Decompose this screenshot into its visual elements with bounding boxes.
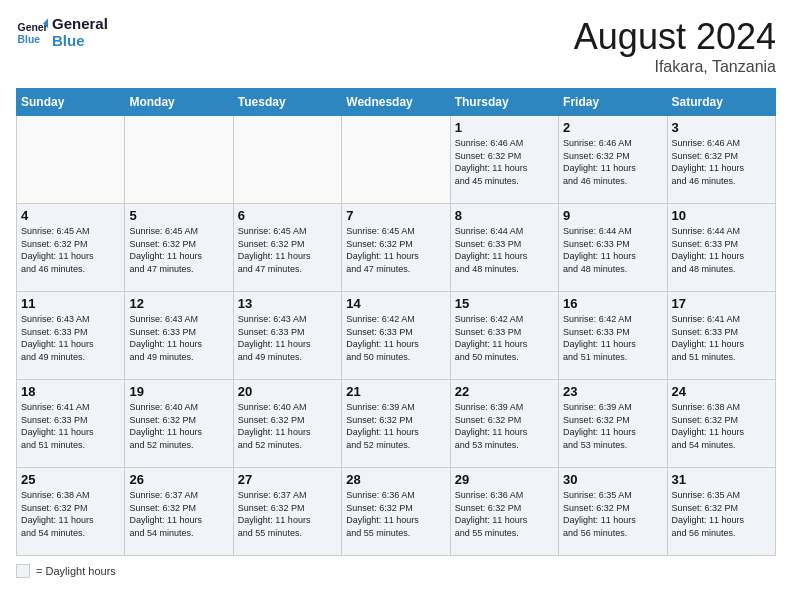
day-number: 19 xyxy=(129,384,228,399)
cell-info: Sunrise: 6:39 AM Sunset: 6:32 PM Dayligh… xyxy=(563,401,662,451)
cell-info: Sunrise: 6:46 AM Sunset: 6:32 PM Dayligh… xyxy=(563,137,662,187)
cell-info: Sunrise: 6:39 AM Sunset: 6:32 PM Dayligh… xyxy=(346,401,445,451)
calendar-cell: 1Sunrise: 6:46 AM Sunset: 6:32 PM Daylig… xyxy=(450,116,558,204)
cell-info: Sunrise: 6:44 AM Sunset: 6:33 PM Dayligh… xyxy=(672,225,771,275)
logo-icon: General Blue xyxy=(16,17,48,49)
calendar-cell: 13Sunrise: 6:43 AM Sunset: 6:33 PM Dayli… xyxy=(233,292,341,380)
month-year: August 2024 xyxy=(574,16,776,58)
weekday-header-friday: Friday xyxy=(559,89,667,116)
cell-info: Sunrise: 6:35 AM Sunset: 6:32 PM Dayligh… xyxy=(563,489,662,539)
calendar-cell: 24Sunrise: 6:38 AM Sunset: 6:32 PM Dayli… xyxy=(667,380,775,468)
day-number: 27 xyxy=(238,472,337,487)
cell-info: Sunrise: 6:44 AM Sunset: 6:33 PM Dayligh… xyxy=(563,225,662,275)
day-number: 13 xyxy=(238,296,337,311)
calendar-cell: 5Sunrise: 6:45 AM Sunset: 6:32 PM Daylig… xyxy=(125,204,233,292)
day-number: 24 xyxy=(672,384,771,399)
cell-info: Sunrise: 6:40 AM Sunset: 6:32 PM Dayligh… xyxy=(129,401,228,451)
calendar-cell xyxy=(125,116,233,204)
calendar-cell: 23Sunrise: 6:39 AM Sunset: 6:32 PM Dayli… xyxy=(559,380,667,468)
day-number: 11 xyxy=(21,296,120,311)
day-number: 31 xyxy=(672,472,771,487)
cell-info: Sunrise: 6:45 AM Sunset: 6:32 PM Dayligh… xyxy=(129,225,228,275)
calendar-cell: 29Sunrise: 6:36 AM Sunset: 6:32 PM Dayli… xyxy=(450,468,558,556)
logo-text-blue: Blue xyxy=(52,33,108,50)
day-number: 30 xyxy=(563,472,662,487)
calendar-cell: 26Sunrise: 6:37 AM Sunset: 6:32 PM Dayli… xyxy=(125,468,233,556)
calendar-cell: 6Sunrise: 6:45 AM Sunset: 6:32 PM Daylig… xyxy=(233,204,341,292)
cell-info: Sunrise: 6:42 AM Sunset: 6:33 PM Dayligh… xyxy=(346,313,445,363)
calendar-week-row: 18Sunrise: 6:41 AM Sunset: 6:33 PM Dayli… xyxy=(17,380,776,468)
cell-info: Sunrise: 6:38 AM Sunset: 6:32 PM Dayligh… xyxy=(21,489,120,539)
calendar-cell: 4Sunrise: 6:45 AM Sunset: 6:32 PM Daylig… xyxy=(17,204,125,292)
calendar-cell xyxy=(233,116,341,204)
calendar-cell: 14Sunrise: 6:42 AM Sunset: 6:33 PM Dayli… xyxy=(342,292,450,380)
day-number: 8 xyxy=(455,208,554,223)
calendar-cell: 28Sunrise: 6:36 AM Sunset: 6:32 PM Dayli… xyxy=(342,468,450,556)
cell-info: Sunrise: 6:44 AM Sunset: 6:33 PM Dayligh… xyxy=(455,225,554,275)
weekday-header-saturday: Saturday xyxy=(667,89,775,116)
legend-label: = Daylight hours xyxy=(36,565,116,577)
calendar-cell: 15Sunrise: 6:42 AM Sunset: 6:33 PM Dayli… xyxy=(450,292,558,380)
day-number: 20 xyxy=(238,384,337,399)
cell-info: Sunrise: 6:43 AM Sunset: 6:33 PM Dayligh… xyxy=(238,313,337,363)
calendar-cell xyxy=(342,116,450,204)
cell-info: Sunrise: 6:42 AM Sunset: 6:33 PM Dayligh… xyxy=(563,313,662,363)
weekday-header-sunday: Sunday xyxy=(17,89,125,116)
day-number: 6 xyxy=(238,208,337,223)
cell-info: Sunrise: 6:39 AM Sunset: 6:32 PM Dayligh… xyxy=(455,401,554,451)
calendar-cell: 18Sunrise: 6:41 AM Sunset: 6:33 PM Dayli… xyxy=(17,380,125,468)
weekday-header-monday: Monday xyxy=(125,89,233,116)
calendar-cell: 9Sunrise: 6:44 AM Sunset: 6:33 PM Daylig… xyxy=(559,204,667,292)
day-number: 7 xyxy=(346,208,445,223)
weekday-header-row: SundayMondayTuesdayWednesdayThursdayFrid… xyxy=(17,89,776,116)
cell-info: Sunrise: 6:45 AM Sunset: 6:32 PM Dayligh… xyxy=(238,225,337,275)
calendar-cell xyxy=(17,116,125,204)
calendar-cell: 22Sunrise: 6:39 AM Sunset: 6:32 PM Dayli… xyxy=(450,380,558,468)
calendar-cell: 27Sunrise: 6:37 AM Sunset: 6:32 PM Dayli… xyxy=(233,468,341,556)
page-header: General Blue General Blue August 2024 If… xyxy=(16,16,776,76)
day-number: 15 xyxy=(455,296,554,311)
cell-info: Sunrise: 6:38 AM Sunset: 6:32 PM Dayligh… xyxy=(672,401,771,451)
day-number: 12 xyxy=(129,296,228,311)
cell-info: Sunrise: 6:41 AM Sunset: 6:33 PM Dayligh… xyxy=(21,401,120,451)
day-number: 1 xyxy=(455,120,554,135)
weekday-header-thursday: Thursday xyxy=(450,89,558,116)
day-number: 29 xyxy=(455,472,554,487)
day-number: 18 xyxy=(21,384,120,399)
calendar-cell: 20Sunrise: 6:40 AM Sunset: 6:32 PM Dayli… xyxy=(233,380,341,468)
cell-info: Sunrise: 6:43 AM Sunset: 6:33 PM Dayligh… xyxy=(21,313,120,363)
calendar-table: SundayMondayTuesdayWednesdayThursdayFrid… xyxy=(16,88,776,556)
legend: = Daylight hours xyxy=(16,564,776,578)
day-number: 21 xyxy=(346,384,445,399)
cell-info: Sunrise: 6:46 AM Sunset: 6:32 PM Dayligh… xyxy=(455,137,554,187)
day-number: 23 xyxy=(563,384,662,399)
calendar-cell: 7Sunrise: 6:45 AM Sunset: 6:32 PM Daylig… xyxy=(342,204,450,292)
cell-info: Sunrise: 6:36 AM Sunset: 6:32 PM Dayligh… xyxy=(455,489,554,539)
calendar-cell: 11Sunrise: 6:43 AM Sunset: 6:33 PM Dayli… xyxy=(17,292,125,380)
day-number: 9 xyxy=(563,208,662,223)
cell-info: Sunrise: 6:35 AM Sunset: 6:32 PM Dayligh… xyxy=(672,489,771,539)
day-number: 14 xyxy=(346,296,445,311)
calendar-cell: 19Sunrise: 6:40 AM Sunset: 6:32 PM Dayli… xyxy=(125,380,233,468)
day-number: 3 xyxy=(672,120,771,135)
title-block: August 2024 Ifakara, Tanzania xyxy=(574,16,776,76)
calendar-week-row: 25Sunrise: 6:38 AM Sunset: 6:32 PM Dayli… xyxy=(17,468,776,556)
cell-info: Sunrise: 6:37 AM Sunset: 6:32 PM Dayligh… xyxy=(238,489,337,539)
calendar-week-row: 4Sunrise: 6:45 AM Sunset: 6:32 PM Daylig… xyxy=(17,204,776,292)
day-number: 2 xyxy=(563,120,662,135)
legend-box xyxy=(16,564,30,578)
calendar-cell: 21Sunrise: 6:39 AM Sunset: 6:32 PM Dayli… xyxy=(342,380,450,468)
location: Ifakara, Tanzania xyxy=(574,58,776,76)
weekday-header-wednesday: Wednesday xyxy=(342,89,450,116)
logo: General Blue General Blue xyxy=(16,16,108,49)
cell-info: Sunrise: 6:40 AM Sunset: 6:32 PM Dayligh… xyxy=(238,401,337,451)
day-number: 17 xyxy=(672,296,771,311)
day-number: 26 xyxy=(129,472,228,487)
weekday-header-tuesday: Tuesday xyxy=(233,89,341,116)
svg-text:General: General xyxy=(18,22,48,33)
calendar-cell: 10Sunrise: 6:44 AM Sunset: 6:33 PM Dayli… xyxy=(667,204,775,292)
cell-info: Sunrise: 6:45 AM Sunset: 6:32 PM Dayligh… xyxy=(21,225,120,275)
day-number: 5 xyxy=(129,208,228,223)
calendar-cell: 31Sunrise: 6:35 AM Sunset: 6:32 PM Dayli… xyxy=(667,468,775,556)
calendar-cell: 30Sunrise: 6:35 AM Sunset: 6:32 PM Dayli… xyxy=(559,468,667,556)
